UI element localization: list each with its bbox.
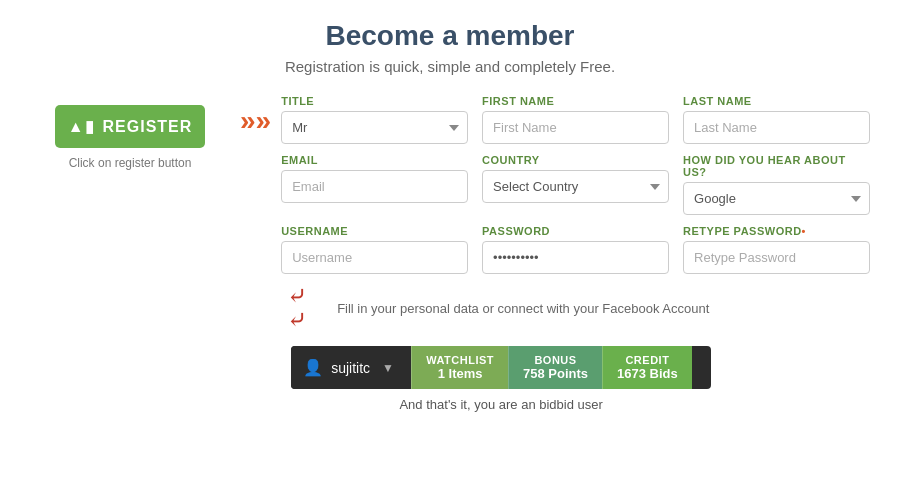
username-group: USERNAME <box>281 225 468 274</box>
credit-section: CREDIT 1673 Bids <box>602 346 692 389</box>
header: Become a member Registration is quick, s… <box>0 20 900 75</box>
watchlist-section: WATCHLIST 1 Items <box>411 346 508 389</box>
lastname-input[interactable] <box>683 111 870 144</box>
chevron-1: ⤶ <box>287 284 307 308</box>
click-hint: Click on register button <box>69 156 192 170</box>
dropdown-chevron-icon: ▼ <box>382 361 394 375</box>
watchlist-label: WATCHLIST <box>426 354 494 366</box>
user-icon: ▲▮ <box>68 117 95 136</box>
forward-arrows: »» <box>240 105 271 137</box>
firstname-group: FIRST NAME <box>482 95 669 144</box>
email-input[interactable] <box>281 170 468 203</box>
bonus-value: 758 Points <box>523 366 588 381</box>
down-chevrons: ⤶ ⤶ <box>287 284 307 332</box>
avatar-icon: 👤 <box>303 358 323 377</box>
how-label: HOW DID YOU HEAR ABOUT US? <box>683 154 870 178</box>
retype-label: RETYPE PASSWORD• <box>683 225 870 237</box>
bottom-bar: 👤 sujititc ▼ WATCHLIST 1 Items BONUS 758… <box>291 346 711 389</box>
title-label: TITLE <box>281 95 468 107</box>
form-grid: TITLE Mr Mrs Ms Dr FIRST NAME LAST NAME <box>281 95 870 274</box>
arrow-2: » <box>256 105 272 137</box>
password-label: PASSWORD <box>482 225 669 237</box>
register-label: REGISTER <box>103 118 193 136</box>
page-subtitle: Registration is quick, simple and comple… <box>0 58 900 75</box>
main-content: ▲▮ REGISTER Click on register button »» … <box>0 95 900 412</box>
left-panel: ▲▮ REGISTER Click on register button <box>30 95 230 170</box>
watchlist-value: 1 Items <box>438 366 483 381</box>
username-label: USERNAME <box>281 225 468 237</box>
how-select[interactable]: Google Facebook Twitter Friend <box>683 182 870 215</box>
title-group: TITLE Mr Mrs Ms Dr <box>281 95 468 144</box>
user-section[interactable]: 👤 sujititc ▼ <box>291 346 411 389</box>
chevron-row: ⤶ ⤶ Fill in your personal data or connec… <box>281 284 870 332</box>
title-select[interactable]: Mr Mrs Ms Dr <box>281 111 468 144</box>
country-group: COUNTRY Select Country United States Uni… <box>482 154 669 215</box>
firstname-input[interactable] <box>482 111 669 144</box>
and-that-text: And that's it, you are an bidbid user <box>291 397 711 412</box>
form-panel: TITLE Mr Mrs Ms Dr FIRST NAME LAST NAME <box>271 95 870 412</box>
chevron-2: ⤶ <box>287 308 307 332</box>
credit-value: 1673 Bids <box>617 366 678 381</box>
bonus-section: BONUS 758 Points <box>508 346 602 389</box>
fill-text: Fill in your personal data or connect wi… <box>337 301 709 316</box>
country-select[interactable]: Select Country United States United King… <box>482 170 669 203</box>
arrow-1: » <box>240 105 256 137</box>
bonus-label: BONUS <box>534 354 576 366</box>
email-group: EMAIL <box>281 154 468 215</box>
register-button[interactable]: ▲▮ REGISTER <box>55 105 205 148</box>
email-label: EMAIL <box>281 154 468 166</box>
retype-group: RETYPE PASSWORD• <box>683 225 870 274</box>
arrows-divider: »» <box>240 95 271 137</box>
username-input[interactable] <box>281 241 468 274</box>
credit-label: CREDIT <box>625 354 669 366</box>
retype-input[interactable] <box>683 241 870 274</box>
page-wrapper: Become a member Registration is quick, s… <box>0 0 900 500</box>
password-input[interactable] <box>482 241 669 274</box>
country-label: COUNTRY <box>482 154 669 166</box>
bottom-section: 👤 sujititc ▼ WATCHLIST 1 Items BONUS 758… <box>281 346 870 412</box>
username-display: sujititc <box>331 360 370 376</box>
page-title: Become a member <box>0 20 900 52</box>
how-group: HOW DID YOU HEAR ABOUT US? Google Facebo… <box>683 154 870 215</box>
lastname-label: LAST NAME <box>683 95 870 107</box>
lastname-group: LAST NAME <box>683 95 870 144</box>
required-mark: • <box>802 225 806 237</box>
password-group: PASSWORD <box>482 225 669 274</box>
firstname-label: FIRST NAME <box>482 95 669 107</box>
